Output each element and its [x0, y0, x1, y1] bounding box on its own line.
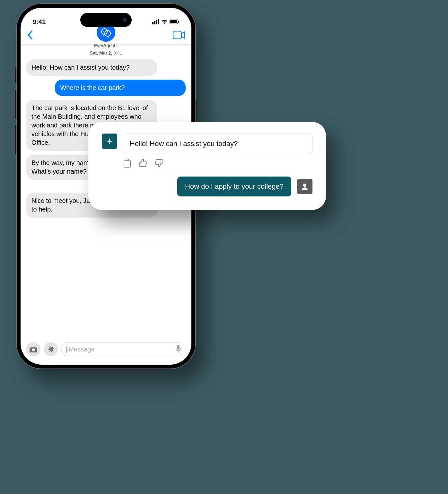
battery-icon — [170, 20, 179, 24]
wifi-icon — [161, 19, 168, 24]
timestamp-date: Sat, Mar 2, — [90, 50, 112, 56]
apps-button[interactable] — [44, 342, 58, 356]
input-bar — [21, 342, 191, 356]
front-camera-icon — [123, 18, 127, 22]
volume-button — [15, 67, 16, 83]
thumbs-up-button[interactable] — [138, 159, 147, 169]
overlay-assistant-message: Hello! How can I assist you today? — [123, 134, 312, 154]
svg-rect-2 — [178, 21, 179, 23]
assistant-avatar-icon — [102, 134, 117, 149]
message-input-wrap[interactable] — [61, 342, 186, 356]
mic-icon[interactable] — [176, 345, 181, 354]
dynamic-island — [80, 13, 132, 27]
svg-point-8 — [32, 348, 35, 351]
timestamp: Sat, Mar 2, 9:41 — [26, 50, 186, 56]
video-call-button[interactable] — [173, 31, 185, 40]
svg-point-5 — [103, 31, 104, 32]
svg-rect-1 — [170, 20, 177, 23]
copy-button[interactable] — [123, 159, 131, 169]
overlay-user-row: How do I apply to your college? — [102, 177, 312, 196]
user-avatar-icon — [297, 179, 312, 194]
overlay-chat-card: Hello! How can I assist you today? How d… — [88, 122, 326, 210]
back-button[interactable] — [27, 30, 33, 41]
message-input[interactable] — [67, 346, 176, 353]
text-cursor — [66, 346, 66, 353]
thumbs-down-button[interactable] — [154, 159, 163, 169]
message-out[interactable]: Where is the car park? — [55, 80, 186, 96]
camera-button[interactable] — [26, 342, 40, 356]
contact-name: EverAgent — [94, 43, 118, 48]
svg-point-6 — [105, 31, 106, 32]
svg-point-12 — [303, 184, 306, 187]
status-time: 9:41 — [33, 18, 46, 26]
volume-button — [15, 90, 16, 119]
svg-rect-7 — [173, 31, 181, 39]
timestamp-time: 9:41 — [113, 50, 122, 56]
signal-icon — [152, 19, 159, 24]
volume-button — [15, 125, 16, 154]
overlay-user-message: How do I apply to your college? — [177, 177, 291, 196]
svg-rect-9 — [177, 345, 180, 350]
overlay-actions — [123, 159, 312, 169]
message-in[interactable]: Hello! How can I assist you today? — [26, 59, 157, 76]
overlay-assistant-row: Hello! How can I assist you today? — [102, 134, 312, 154]
svg-rect-10 — [124, 160, 130, 167]
nav-header: EverAgent — [21, 30, 191, 45]
status-right — [152, 19, 179, 24]
